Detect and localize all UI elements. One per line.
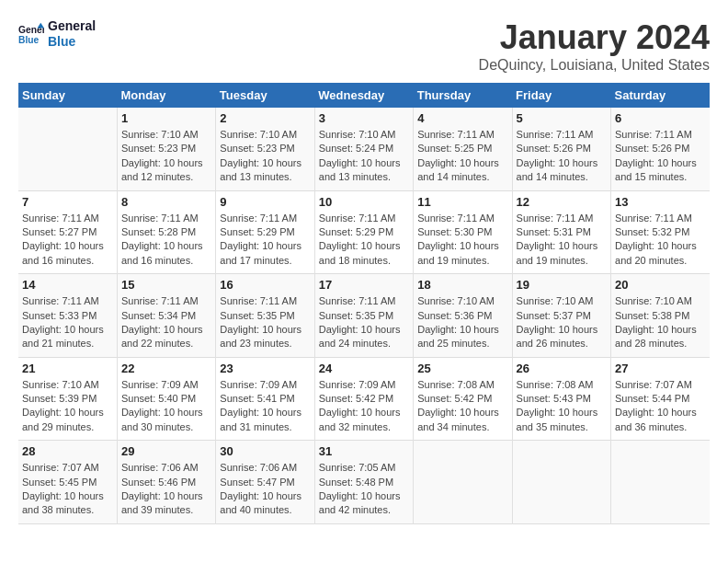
day-detail: Sunrise: 7:11 AMSunset: 5:26 PMDaylight:… xyxy=(615,128,706,185)
day-number: 21 xyxy=(22,362,113,375)
day-detail: Sunrise: 7:06 AMSunset: 5:47 PMDaylight:… xyxy=(220,461,310,518)
day-detail: Sunrise: 7:07 AMSunset: 5:45 PMDaylight:… xyxy=(22,461,113,518)
day-number: 5 xyxy=(517,111,607,125)
day-detail: Sunrise: 7:10 AMSunset: 5:36 PMDaylight:… xyxy=(417,294,507,351)
calendar-table: SundayMondayTuesdayWednesdayThursdayFrid… xyxy=(18,83,710,524)
calendar-cell: 23Sunrise: 7:09 AMSunset: 5:41 PMDayligh… xyxy=(216,357,314,441)
week-row-3: 14Sunrise: 7:11 AMSunset: 5:33 PMDayligh… xyxy=(18,274,710,358)
calendar-cell: 14Sunrise: 7:11 AMSunset: 5:33 PMDayligh… xyxy=(18,274,117,358)
day-number: 31 xyxy=(319,444,409,458)
day-detail: Sunrise: 7:11 AMSunset: 5:33 PMDaylight:… xyxy=(22,294,113,351)
day-number: 10 xyxy=(319,195,409,209)
day-detail: Sunrise: 7:11 AMSunset: 5:32 PMDaylight:… xyxy=(615,212,706,269)
day-number: 18 xyxy=(417,278,507,292)
calendar-cell: 1Sunrise: 7:10 AMSunset: 5:23 PMDaylight… xyxy=(117,108,215,190)
calendar-cell: 24Sunrise: 7:09 AMSunset: 5:42 PMDayligh… xyxy=(314,357,413,441)
day-number: 2 xyxy=(220,111,310,125)
calendar-cell: 26Sunrise: 7:08 AMSunset: 5:43 PMDayligh… xyxy=(512,357,610,441)
week-row-4: 21Sunrise: 7:10 AMSunset: 5:39 PMDayligh… xyxy=(18,357,710,441)
calendar-cell xyxy=(18,108,117,190)
day-detail: Sunrise: 7:09 AMSunset: 5:42 PMDaylight:… xyxy=(319,378,409,435)
week-row-1: 1Sunrise: 7:10 AMSunset: 5:23 PMDaylight… xyxy=(18,108,710,190)
calendar-cell: 13Sunrise: 7:11 AMSunset: 5:32 PMDayligh… xyxy=(611,190,710,274)
day-detail: Sunrise: 7:10 AMSunset: 5:23 PMDaylight:… xyxy=(121,128,211,185)
header-day-monday: Monday xyxy=(117,83,215,108)
day-detail: Sunrise: 7:11 AMSunset: 5:29 PMDaylight:… xyxy=(220,212,310,269)
calendar-cell: 2Sunrise: 7:10 AMSunset: 5:23 PMDaylight… xyxy=(216,108,314,190)
logo-line2: Blue xyxy=(48,34,96,50)
day-detail: Sunrise: 7:11 AMSunset: 5:25 PMDaylight:… xyxy=(417,128,507,185)
calendar-cell: 29Sunrise: 7:06 AMSunset: 5:46 PMDayligh… xyxy=(117,441,215,524)
header-day-friday: Friday xyxy=(512,83,610,108)
calendar-cell: 17Sunrise: 7:11 AMSunset: 5:35 PMDayligh… xyxy=(314,274,413,358)
day-number: 30 xyxy=(220,444,310,458)
day-number: 3 xyxy=(319,111,409,125)
day-number: 19 xyxy=(517,278,607,292)
day-number: 9 xyxy=(220,195,310,209)
week-row-5: 28Sunrise: 7:07 AMSunset: 5:45 PMDayligh… xyxy=(18,441,710,524)
header-day-wednesday: Wednesday xyxy=(314,83,413,108)
day-number: 4 xyxy=(417,111,507,125)
svg-text:Blue: Blue xyxy=(18,35,40,45)
calendar-cell: 12Sunrise: 7:11 AMSunset: 5:31 PMDayligh… xyxy=(512,190,610,274)
calendar-cell: 3Sunrise: 7:10 AMSunset: 5:24 PMDaylight… xyxy=(314,108,413,190)
header-day-tuesday: Tuesday xyxy=(216,83,314,108)
day-detail: Sunrise: 7:11 AMSunset: 5:26 PMDaylight:… xyxy=(517,128,607,185)
calendar-cell: 25Sunrise: 7:08 AMSunset: 5:42 PMDayligh… xyxy=(414,357,512,441)
subtitle: DeQuincy, Louisiana, United States xyxy=(479,57,710,74)
day-detail: Sunrise: 7:10 AMSunset: 5:37 PMDaylight:… xyxy=(517,294,607,351)
day-detail: Sunrise: 7:10 AMSunset: 5:38 PMDaylight:… xyxy=(615,294,706,351)
header-day-sunday: Sunday xyxy=(18,83,117,108)
calendar-cell: 11Sunrise: 7:11 AMSunset: 5:30 PMDayligh… xyxy=(414,190,512,274)
day-number: 23 xyxy=(220,362,310,375)
day-detail: Sunrise: 7:09 AMSunset: 5:41 PMDaylight:… xyxy=(220,378,310,435)
day-detail: Sunrise: 7:11 AMSunset: 5:31 PMDaylight:… xyxy=(517,212,607,269)
title-area: January 2024 DeQuincy, Louisiana, United… xyxy=(479,18,710,74)
calendar-cell: 28Sunrise: 7:07 AMSunset: 5:45 PMDayligh… xyxy=(18,441,117,524)
day-number: 24 xyxy=(319,362,409,375)
day-detail: Sunrise: 7:11 AMSunset: 5:34 PMDaylight:… xyxy=(121,294,211,351)
calendar-cell: 5Sunrise: 7:11 AMSunset: 5:26 PMDaylight… xyxy=(512,108,610,190)
calendar-cell xyxy=(611,441,710,524)
calendar-cell: 27Sunrise: 7:07 AMSunset: 5:44 PMDayligh… xyxy=(611,357,710,441)
calendar-cell: 16Sunrise: 7:11 AMSunset: 5:35 PMDayligh… xyxy=(216,274,314,358)
day-number: 14 xyxy=(22,278,113,292)
logo-icon: General Blue xyxy=(18,21,44,47)
calendar-cell: 18Sunrise: 7:10 AMSunset: 5:36 PMDayligh… xyxy=(414,274,512,358)
day-detail: Sunrise: 7:08 AMSunset: 5:43 PMDaylight:… xyxy=(517,378,607,435)
day-number: 17 xyxy=(319,278,409,292)
day-number: 26 xyxy=(517,362,607,375)
header-day-saturday: Saturday xyxy=(611,83,710,108)
calendar-cell: 19Sunrise: 7:10 AMSunset: 5:37 PMDayligh… xyxy=(512,274,610,358)
day-number: 25 xyxy=(417,362,507,375)
day-detail: Sunrise: 7:05 AMSunset: 5:48 PMDaylight:… xyxy=(319,461,409,518)
calendar-cell: 31Sunrise: 7:05 AMSunset: 5:48 PMDayligh… xyxy=(314,441,413,524)
calendar-cell: 10Sunrise: 7:11 AMSunset: 5:29 PMDayligh… xyxy=(314,190,413,274)
day-number: 13 xyxy=(615,195,706,209)
day-detail: Sunrise: 7:11 AMSunset: 5:28 PMDaylight:… xyxy=(121,212,211,269)
calendar-cell: 20Sunrise: 7:10 AMSunset: 5:38 PMDayligh… xyxy=(611,274,710,358)
calendar-cell: 21Sunrise: 7:10 AMSunset: 5:39 PMDayligh… xyxy=(18,357,117,441)
day-number: 15 xyxy=(121,278,211,292)
day-number: 22 xyxy=(121,362,211,375)
day-detail: Sunrise: 7:07 AMSunset: 5:44 PMDaylight:… xyxy=(615,378,706,435)
header-row: SundayMondayTuesdayWednesdayThursdayFrid… xyxy=(18,83,710,108)
logo-line1: General xyxy=(48,18,96,34)
day-detail: Sunrise: 7:11 AMSunset: 5:30 PMDaylight:… xyxy=(417,212,507,269)
header: General Blue General Blue January 2024 D… xyxy=(18,18,710,74)
day-detail: Sunrise: 7:11 AMSunset: 5:29 PMDaylight:… xyxy=(319,212,409,269)
calendar-cell: 4Sunrise: 7:11 AMSunset: 5:25 PMDaylight… xyxy=(414,108,512,190)
day-number: 27 xyxy=(615,362,706,375)
day-number: 12 xyxy=(517,195,607,209)
calendar-cell: 30Sunrise: 7:06 AMSunset: 5:47 PMDayligh… xyxy=(216,441,314,524)
week-row-2: 7Sunrise: 7:11 AMSunset: 5:27 PMDaylight… xyxy=(18,190,710,274)
header-day-thursday: Thursday xyxy=(414,83,512,108)
day-detail: Sunrise: 7:10 AMSunset: 5:23 PMDaylight:… xyxy=(220,128,310,185)
day-detail: Sunrise: 7:09 AMSunset: 5:40 PMDaylight:… xyxy=(121,378,211,435)
day-number: 8 xyxy=(121,195,211,209)
main-title: January 2024 xyxy=(479,18,710,57)
day-number: 7 xyxy=(22,195,113,209)
calendar-cell xyxy=(512,441,610,524)
day-number: 6 xyxy=(615,111,706,125)
day-detail: Sunrise: 7:08 AMSunset: 5:42 PMDaylight:… xyxy=(417,378,507,435)
